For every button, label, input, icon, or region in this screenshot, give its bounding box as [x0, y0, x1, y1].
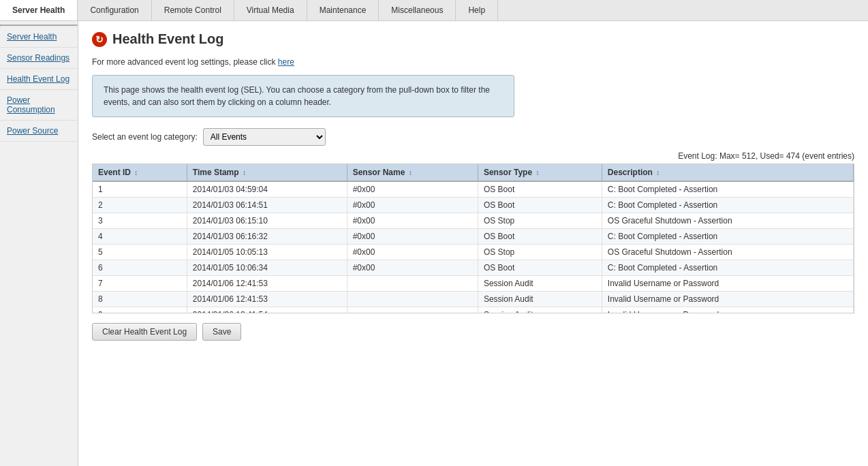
here-link[interactable]: here — [278, 57, 294, 67]
table-row: 72014/01/06 12:41:53Session AuditInvalid… — [93, 276, 854, 292]
info-box: This page shows the health event log (SE… — [92, 75, 514, 117]
sidebar-item-sensor-readings[interactable]: Sensor Readings — [0, 48, 78, 69]
nav-item-server-health[interactable]: Server Health — [0, 0, 78, 20]
table-row: 22014/01/03 06:14:51#0x00OS BootC: Boot … — [93, 198, 854, 213]
col-time-stamp[interactable]: Time Stamp ↕ — [187, 164, 347, 181]
button-row: Clear Health Event Log Save — [92, 323, 854, 341]
sidebar-item-server-health[interactable]: Server Health — [0, 27, 78, 48]
table-row: 42014/01/03 06:16:32#0x00OS BootC: Boot … — [93, 229, 854, 245]
clear-button[interactable]: Clear Health Event Log — [92, 323, 197, 341]
col-sensor-type[interactable]: Sensor Type ↕ — [478, 164, 602, 181]
page-title: Health Event Log — [112, 31, 223, 47]
sidebar-item-health-event-log[interactable]: Health Event Log — [0, 69, 78, 90]
col-event-id[interactable]: Event ID ↕ — [93, 164, 187, 181]
save-button[interactable]: Save — [202, 323, 241, 341]
event-table-container: Event ID ↕Time Stamp ↕Sensor Name ↕Senso… — [92, 164, 854, 313]
sidebar: Server HealthSensor ReadingsHealth Event… — [0, 21, 78, 466]
table-row: 92014/01/06 12:41:54Session AuditInvalid… — [93, 307, 854, 314]
nav-item-remote-control[interactable]: Remote Control — [152, 0, 234, 20]
table-row: 62014/01/05 10:06:34#0x00OS BootC: Boot … — [93, 260, 854, 276]
table-row: 12014/01/03 04:59:04#0x00OS BootC: Boot … — [93, 181, 854, 198]
sidebar-item-power-consumption[interactable]: Power Consumption — [0, 90, 78, 121]
table-row: 32014/01/03 06:15:10#0x00OS StopOS Grace… — [93, 213, 854, 229]
table-row: 82014/01/06 12:41:53Session AuditInvalid… — [93, 292, 854, 307]
event-log-info: Event Log: Max= 512, Used= 474 (event en… — [92, 151, 854, 161]
sidebar-item-power-source[interactable]: Power Source — [0, 121, 78, 142]
table-row: 52014/01/05 10:05:13#0x00OS StopOS Grace… — [93, 245, 854, 260]
col-description[interactable]: Description ↕ — [602, 164, 853, 181]
nav-item-maintenance[interactable]: Maintenance — [307, 0, 379, 20]
category-select[interactable]: All Events — [203, 128, 326, 146]
nav-item-miscellaneous[interactable]: Miscellaneous — [379, 0, 456, 20]
nav-item-configuration[interactable]: Configuration — [78, 0, 151, 20]
col-sensor-name[interactable]: Sensor Name ↕ — [347, 164, 478, 181]
nav-item-help[interactable]: Help — [456, 0, 498, 20]
event-table: Event ID ↕Time Stamp ↕Sensor Name ↕Senso… — [93, 164, 854, 313]
category-label: Select an event log category: — [92, 132, 198, 142]
top-nav: Server HealthConfigurationRemote Control… — [0, 0, 868, 21]
main-content: ↻ Health Event Log For more advanced eve… — [78, 21, 868, 466]
page-title-icon: ↻ — [92, 32, 107, 47]
nav-item-virtual-media[interactable]: Virtual Media — [234, 0, 307, 20]
info-link-text: For more advanced event log settings, pl… — [92, 57, 854, 67]
